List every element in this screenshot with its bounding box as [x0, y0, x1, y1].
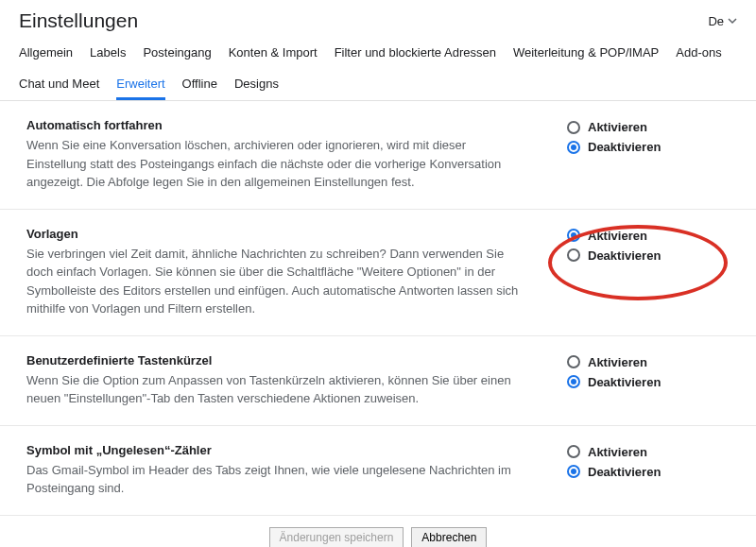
tab-labels[interactable]: Labels: [90, 38, 126, 69]
tab-add-ons[interactable]: Add-ons: [676, 38, 721, 69]
radio-icon: [567, 141, 580, 154]
radio-icon: [567, 445, 580, 458]
section-desc: Sie verbringen viel Zeit damit, ähnliche…: [26, 245, 529, 318]
radio-label: Aktivieren: [588, 355, 647, 369]
radio-enable[interactable]: Aktivieren: [567, 355, 737, 369]
radio-disable[interactable]: Deaktivieren: [567, 375, 737, 389]
radio-icon: [567, 355, 580, 368]
radio-enable[interactable]: Aktivieren: [567, 120, 737, 134]
tab-erweitert[interactable]: Erweitert: [116, 69, 164, 100]
tab-chat-und-meet[interactable]: Chat und Meet: [19, 69, 99, 100]
radio-label: Aktivieren: [588, 445, 647, 459]
save-button[interactable]: Änderungen speichern: [269, 527, 404, 548]
page-title: Einstellungen: [19, 9, 138, 32]
section-2: Benutzerdefinierte TastenkürzelWenn Sie …: [0, 336, 756, 426]
radio-disable[interactable]: Deaktivieren: [567, 248, 737, 263]
section-title: Symbol mit „Ungelesen“-Zähler: [26, 443, 529, 457]
radio-label: Aktivieren: [588, 120, 647, 134]
radio-label: Deaktivieren: [588, 248, 661, 263]
section-left: VorlagenSie verbringen viel Zeit damit, …: [26, 227, 567, 318]
tab-weiterleitung-pop-imap[interactable]: Weiterleitung & POP/IMAP: [513, 38, 659, 69]
section-left: Benutzerdefinierte TastenkürzelWenn Sie …: [26, 353, 567, 408]
section-options: AktivierenDeaktivieren: [567, 118, 737, 192]
header: Einstellungen De: [0, 0, 756, 38]
tab-row-2: Chat und MeetErweitertOfflineDesigns: [19, 69, 737, 100]
section-options: AktivierenDeaktivieren: [567, 353, 737, 408]
language-selector[interactable]: De: [708, 14, 737, 28]
tab-designs[interactable]: Designs: [234, 69, 279, 100]
radio-icon: [567, 248, 580, 262]
section-left: Symbol mit „Ungelesen“-ZählerDas Gmail-S…: [26, 443, 567, 498]
tab-konten-import[interactable]: Konten & Import: [229, 38, 318, 69]
radio-label: Deaktivieren: [588, 140, 661, 154]
radio-icon: [567, 121, 580, 134]
section-title: Benutzerdefinierte Tastenkürzel: [26, 353, 529, 368]
content: Automatisch fortfahrenWenn Sie eine Konv…: [0, 101, 756, 516]
radio-icon: [567, 229, 580, 242]
chevron-down-icon: [728, 14, 737, 28]
radio-enable[interactable]: Aktivieren: [567, 445, 737, 459]
cancel-button[interactable]: Abbrechen: [411, 527, 487, 548]
tab-allgemein[interactable]: Allgemein: [19, 38, 73, 69]
language-label: De: [708, 14, 724, 28]
tabs: AllgemeinLabelsPosteingangKonten & Impor…: [0, 38, 756, 101]
section-options: AktivierenDeaktivieren: [567, 443, 737, 498]
radio-icon: [567, 375, 580, 388]
tab-filter-und-blockierte-adressen[interactable]: Filter und blockierte Adressen: [335, 38, 496, 69]
section-0: Automatisch fortfahrenWenn Sie eine Konv…: [0, 101, 756, 210]
section-left: Automatisch fortfahrenWenn Sie eine Konv…: [26, 118, 567, 192]
radio-icon: [567, 465, 580, 478]
section-desc: Das Gmail-Symbol im Header des Tabs zeig…: [26, 461, 529, 498]
tab-posteingang[interactable]: Posteingang: [143, 38, 211, 69]
radio-label: Deaktivieren: [588, 375, 661, 389]
footer: Änderungen speichern Abbrechen: [0, 516, 756, 548]
tab-row-1: AllgemeinLabelsPosteingangKonten & Impor…: [19, 38, 737, 69]
section-options: AktivierenDeaktivieren: [567, 227, 737, 318]
section-3: Symbol mit „Ungelesen“-ZählerDas Gmail-S…: [0, 426, 756, 516]
radio-label: Deaktivieren: [588, 465, 661, 479]
radio-label: Aktivieren: [588, 229, 647, 243]
tab-offline[interactable]: Offline: [182, 69, 217, 100]
radio-disable[interactable]: Deaktivieren: [567, 140, 737, 154]
radio-disable[interactable]: Deaktivieren: [567, 465, 737, 479]
section-title: Automatisch fortfahren: [26, 118, 529, 132]
section-1: VorlagenSie verbringen viel Zeit damit, …: [0, 210, 756, 336]
section-desc: Wenn Sie eine Konversation löschen, arch…: [26, 136, 529, 192]
section-title: Vorlagen: [26, 227, 529, 241]
radio-enable[interactable]: Aktivieren: [567, 229, 737, 243]
section-desc: Wenn Sie die Option zum Anpassen von Tas…: [26, 371, 529, 408]
